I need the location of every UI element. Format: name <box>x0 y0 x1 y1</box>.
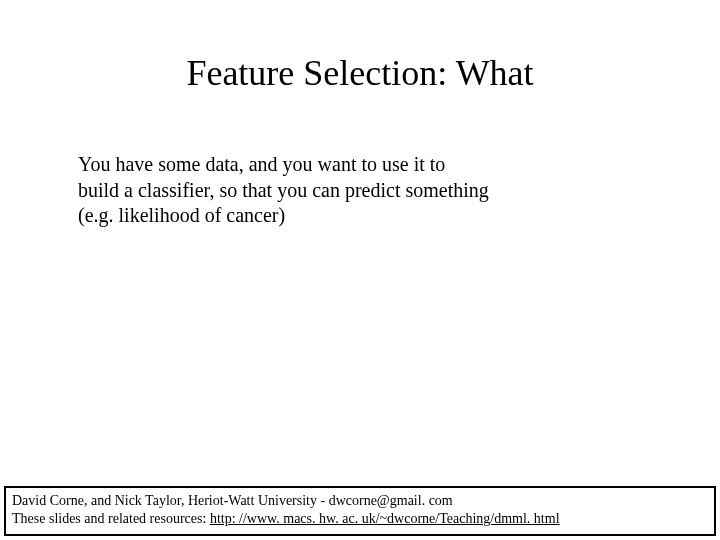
slide-title: Feature Selection: What <box>0 52 720 94</box>
slide-body: You have some data, and you want to use … <box>78 152 658 229</box>
footer-box: David Corne, and Nick Taylor, Heriot-Wat… <box>4 486 716 536</box>
body-line-3: (e.g. likelihood of cancer) <box>78 203 658 229</box>
body-line-1: You have some data, and you want to use … <box>78 152 658 178</box>
footer-link[interactable]: http: //www. macs. hw. ac. uk/~dwcorne/T… <box>210 511 560 526</box>
footer-resources-line: These slides and related resources: http… <box>12 510 708 528</box>
body-line-2: build a classifier, so that you can pred… <box>78 178 658 204</box>
footer-resources-prefix: These slides and related resources: <box>12 511 210 526</box>
slide: Feature Selection: What You have some da… <box>0 0 720 540</box>
footer-author-line: David Corne, and Nick Taylor, Heriot-Wat… <box>12 492 708 510</box>
